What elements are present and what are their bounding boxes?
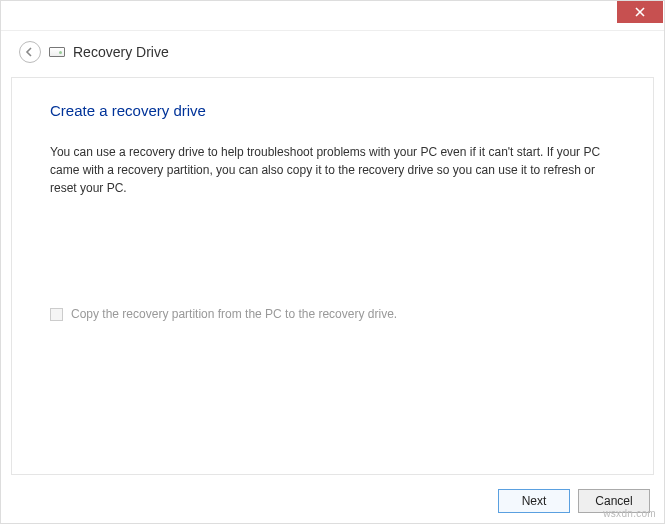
copy-partition-option: Copy the recovery partition from the PC … xyxy=(50,307,615,321)
back-button[interactable] xyxy=(19,41,41,63)
content-panel: Create a recovery drive You can use a re… xyxy=(11,77,654,475)
copy-partition-label: Copy the recovery partition from the PC … xyxy=(71,307,397,321)
titlebar xyxy=(1,1,664,31)
watermark: wsxdn.com xyxy=(603,508,656,519)
close-icon xyxy=(635,7,645,17)
copy-partition-checkbox xyxy=(50,308,63,321)
content-body: You can use a recovery drive to help tro… xyxy=(50,143,615,197)
content-heading: Create a recovery drive xyxy=(50,102,615,119)
next-button[interactable]: Next xyxy=(498,489,570,513)
close-button[interactable] xyxy=(617,1,663,23)
back-arrow-icon xyxy=(24,46,36,58)
page-title: Recovery Drive xyxy=(73,44,169,60)
header: Recovery Drive xyxy=(1,31,664,77)
drive-icon xyxy=(49,47,65,57)
